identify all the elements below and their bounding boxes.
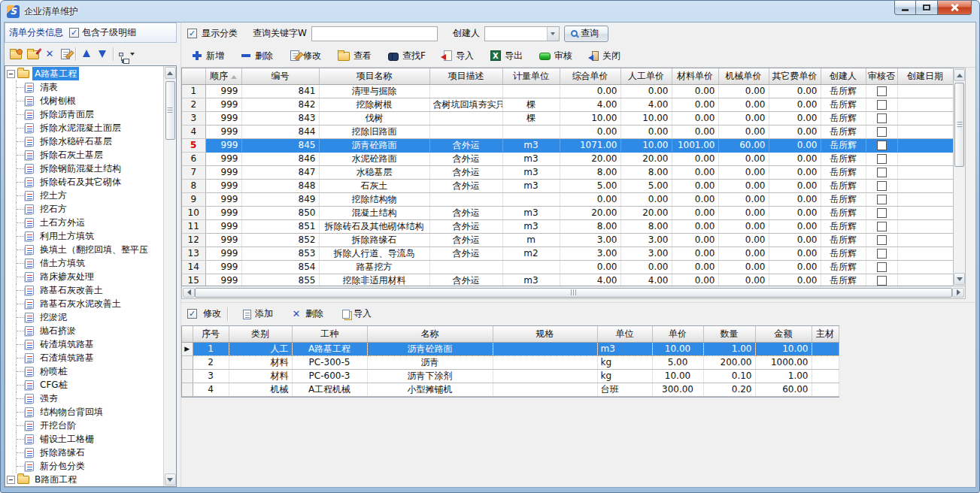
tree-item[interactable]: 抛石挤淤 [5,324,163,337]
scroll-up-icon[interactable] [954,69,965,81]
column-header[interactable]: 机械单价 [718,68,769,84]
column-header[interactable]: 创建日期 [897,68,953,84]
table-row[interactable]: 5999845沥青砼路面含外运m31071.0010.001001.0060.0… [182,138,953,152]
table-row[interactable]: 7999847水稳基层含外运m38.008.000.000.000.00岳所辉 [182,165,953,179]
row-number-cell[interactable]: 10 [182,206,205,219]
column-header[interactable]: 创建人 [821,68,866,84]
toolbar-button-find[interactable]: 查找F [381,46,433,66]
combo-dropdown-icon[interactable] [547,27,559,41]
main-grid-hscrollbar[interactable] [181,286,966,299]
audit-checkbox[interactable] [877,195,887,204]
tree-item[interactable]: 伐树刨根 [5,94,163,107]
collapse-icon[interactable] [7,70,15,78]
row-number-cell[interactable]: 7 [182,165,205,179]
audit-checkbox[interactable] [877,100,887,110]
tree-item[interactable]: 拆除钢筋混凝土结构 [5,162,163,175]
audit-checkbox[interactable] [877,141,887,150]
include-children-checkbox[interactable] [69,28,79,38]
row-number-cell[interactable]: 11 [182,219,205,233]
scroll-down-icon[interactable] [954,273,965,285]
scroll-up-icon[interactable] [165,67,176,79]
tree-item[interactable]: 结构物台背回填 [5,405,163,419]
toolbar-button-audit[interactable]: 审核 [532,46,580,66]
vscroll-thumb[interactable] [954,83,964,167]
collapse-icon[interactable] [7,476,15,484]
creator-combobox[interactable] [484,26,560,41]
tree-item[interactable]: 土石方外运 [5,216,163,229]
tree-item[interactable]: 挖土方 [5,189,163,202]
column-header[interactable]: 序号 [193,326,229,342]
row-number-cell[interactable]: 2 [182,98,205,111]
table-row[interactable]: 8999848石灰土含外运m35.005.000.000.000.00岳所辉 [182,179,953,192]
column-header[interactable]: 规格 [493,326,597,342]
column-header[interactable]: 项目名称 [319,68,429,84]
tree-item[interactable]: 铺设土工格栅 [5,432,163,446]
new-folder-icon[interactable] [10,50,22,59]
table-row[interactable]: 13999853拆除人行道、导流岛含外运m23.003.000.000.000.… [182,246,953,260]
dropdown-caret-icon[interactable] [130,53,135,56]
tree-item[interactable]: 拆除砖石及其它砌体 [5,175,163,189]
detail-row[interactable]: 2材料PC-300-5沥青kg5.00200.001000.00 [182,355,839,369]
row-number-cell[interactable]: 8 [182,179,205,192]
toolbar-button-plus[interactable]: 新增 [184,46,232,66]
column-header[interactable]: 顺序 [205,68,241,84]
tree-item[interactable]: 挖石方 [5,202,163,216]
audit-checkbox[interactable] [877,154,887,164]
minimize-button[interactable] [894,1,916,15]
column-header[interactable]: 类别 [229,326,292,342]
detail-modify-checkbox[interactable] [187,309,197,319]
tree-item[interactable]: 强夯 [5,392,163,405]
row-number-cell[interactable]: 12 [182,233,205,246]
corner-cell[interactable] [182,68,205,84]
scroll-left-icon[interactable] [183,288,195,298]
column-header[interactable]: 数量 [703,326,755,342]
table-row[interactable]: 12999852拆除路缘石含外运m3.003.000.000.000.00岳所辉 [182,233,953,246]
title-bar[interactable]: S 企业清单维护 [1,1,979,22]
column-header[interactable]: 材料单价 [672,68,718,84]
detail-row[interactable]: ▶1人工A路基工程沥青砼路面m310.001.0010.00 [182,342,839,355]
table-row[interactable]: 11999851拆除砖石及其他砌体结构含外运m38.008.000.000.00… [182,219,953,233]
detail-add-button[interactable]: 添加 [234,304,281,324]
detail-row[interactable]: 3材料PC-600-3沥青下涂剂kg10.000.101.00 [182,369,839,383]
close-button[interactable] [937,1,972,15]
audit-checkbox[interactable] [877,181,887,191]
tree-item[interactable]: 路床掺灰处理 [5,270,163,283]
tree-item[interactable]: 拆除水泥混凝土面层 [5,121,163,135]
toolbar-button-excel[interactable]: 导出 [483,46,530,66]
column-header[interactable]: 审核否 [866,68,897,84]
tree-item[interactable]: 拆除路缘石 [5,446,163,459]
detail-import-button[interactable]: 导入 [334,304,379,324]
toolbar-button-edit[interactable]: 修改 [282,46,329,66]
column-header[interactable]: 计量单位 [502,68,560,84]
toolbar-button-minus[interactable]: 删除 [233,46,281,66]
table-row[interactable]: 4999844挖除旧路面0.000.000.000.000.00岳所辉 [182,125,953,138]
scroll-down-icon[interactable] [165,473,176,485]
tree-item[interactable]: 石渣填筑路基 [5,351,163,364]
tree-scroll-thumb[interactable] [165,81,175,140]
audit-checkbox[interactable] [877,276,887,286]
row-number-cell[interactable]: 9 [182,192,205,206]
column-header[interactable]: 工种 [292,326,367,342]
row-number-cell[interactable]: 6 [182,152,205,165]
tree-item[interactable]: 粉喷桩 [5,364,163,378]
row-number-cell[interactable]: 1 [182,84,205,98]
row-number-cell[interactable]: 3 [182,111,205,125]
audit-checkbox[interactable] [877,208,887,218]
move-up-icon[interactable] [81,49,92,59]
tree-item[interactable]: 拆除沥青面层 [5,107,163,121]
detail-row[interactable]: 4机械A工程机械小型摊铺机台班300.000.2060.00 [182,383,839,396]
tree-scrollbar[interactable] [163,66,176,486]
tree-item[interactable]: 利用土方填筑 [5,229,163,243]
modify-category-icon[interactable] [61,49,70,59]
edit-folder-icon[interactable] [27,50,39,59]
column-header[interactable]: 主材 [812,326,839,342]
move-down-icon[interactable] [97,49,108,59]
row-number-cell[interactable]: 15 [182,274,205,286]
audit-checkbox[interactable] [877,113,887,123]
tree-item[interactable]: 路基石灰改善土 [5,283,163,297]
column-header[interactable]: 单位 [597,326,652,342]
table-row[interactable]: 15999855挖除非适用材料含外运m34.004.000.000.000.00… [182,274,953,286]
audit-checkbox[interactable] [877,127,887,137]
query-button[interactable]: 查询 [564,26,608,42]
column-header[interactable]: 金额 [755,326,812,342]
